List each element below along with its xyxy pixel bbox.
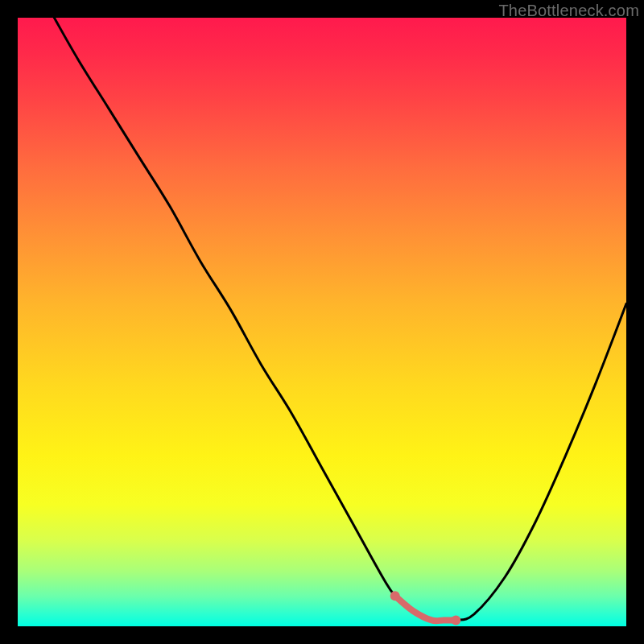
watermark-text: TheBottleneck.com: [498, 2, 639, 20]
chart-svg: [18, 18, 626, 626]
optimal-range-start-dot: [390, 591, 400, 601]
bottleneck-curve: [54, 18, 626, 621]
chart-frame: TheBottleneck.com: [0, 0, 644, 644]
optimal-range-segment: [395, 596, 456, 621]
optimal-range-end-dot: [451, 615, 460, 625]
plot-area: [18, 18, 626, 626]
